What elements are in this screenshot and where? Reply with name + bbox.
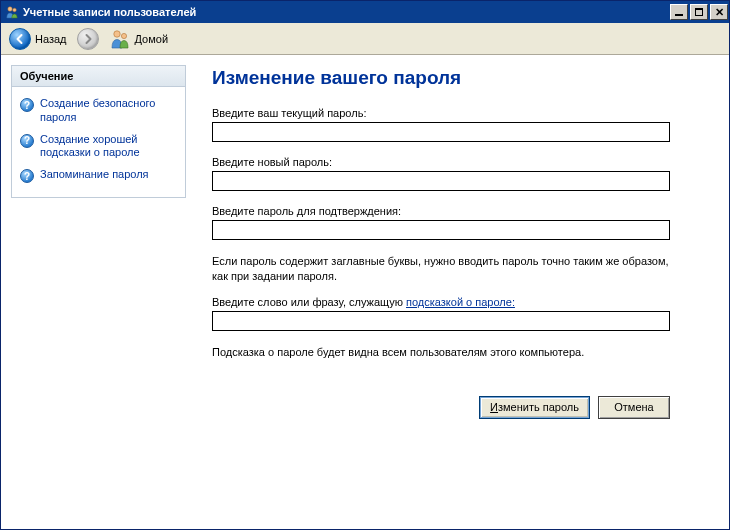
back-arrow-icon: [9, 28, 31, 50]
hint-group: Введите слово или фразу, служащую подска…: [212, 296, 717, 331]
hint-label: Введите слово или фразу, служащую подска…: [212, 296, 717, 308]
change-password-button-text: зменить пароль: [498, 401, 579, 413]
window-title: Учетные записи пользователей: [23, 6, 669, 18]
sidebar-link-safe-password[interactable]: Создание безопасного пароля: [40, 97, 177, 125]
forward-button: [73, 26, 103, 52]
new-password-input[interactable]: [212, 171, 670, 191]
hint-label-prefix: Введите слово или фразу, служащую: [212, 296, 406, 308]
hint-help-link[interactable]: подсказкой о пароле:: [406, 296, 515, 308]
hint-input[interactable]: [212, 311, 670, 331]
confirm-password-group: Введите пароль для подтверждения:: [212, 205, 717, 240]
forward-arrow-icon: [77, 28, 99, 50]
sidebar-body: ? Создание безопасного пароля ? Создание…: [12, 87, 185, 197]
help-icon: ?: [20, 134, 34, 148]
sidebar: Обучение ? Создание безопасного пароля ?…: [11, 65, 186, 198]
home-button[interactable]: Домой: [105, 26, 173, 52]
svg-point-3: [121, 33, 126, 38]
window-frame: Учетные записи пользователей ✕ Назад: [0, 0, 730, 530]
current-password-group: Введите ваш текущий пароль:: [212, 107, 717, 142]
sidebar-item-good-hint: ? Создание хорошей подсказки о пароле: [20, 129, 177, 165]
new-password-label: Введите новый пароль:: [212, 156, 717, 168]
button-row: Изменить пароль Отмена: [212, 396, 674, 419]
sidebar-item-safe-password: ? Создание безопасного пароля: [20, 93, 177, 129]
back-button[interactable]: Назад: [5, 26, 71, 52]
toolbar: Назад Домой: [1, 23, 729, 55]
content-area: Обучение ? Создание безопасного пароля ?…: [1, 55, 729, 529]
hint-visibility-note: Подсказка о пароле будет видна всем поль…: [212, 345, 672, 360]
help-icon: ?: [20, 169, 34, 183]
titlebar: Учетные записи пользователей ✕: [1, 1, 729, 23]
svg-point-1: [13, 8, 17, 12]
change-password-button[interactable]: Изменить пароль: [479, 396, 590, 419]
current-password-input[interactable]: [212, 122, 670, 142]
users-home-icon: [109, 28, 131, 50]
current-password-label: Введите ваш текущий пароль:: [212, 107, 717, 119]
main-panel: Изменение вашего пароля Введите ваш теку…: [212, 65, 717, 419]
sidebar-header: Обучение: [12, 66, 185, 87]
window-controls: ✕: [669, 2, 729, 22]
confirm-password-input[interactable]: [212, 220, 670, 240]
new-password-group: Введите новый пароль:: [212, 156, 717, 191]
confirm-password-label: Введите пароль для подтверждения:: [212, 205, 717, 217]
svg-point-0: [8, 7, 12, 11]
sidebar-link-remember-password[interactable]: Запоминание пароля: [40, 168, 149, 182]
cancel-button[interactable]: Отмена: [598, 396, 670, 419]
sidebar-link-good-hint[interactable]: Создание хорошей подсказки о пароле: [40, 133, 177, 161]
svg-point-2: [113, 30, 119, 36]
case-sensitivity-note: Если пароль содержит заглавные буквы, ну…: [212, 254, 672, 284]
minimize-button[interactable]: [670, 4, 688, 20]
back-label: Назад: [35, 33, 67, 45]
sidebar-item-remember-password: ? Запоминание пароля: [20, 164, 177, 187]
users-app-icon: [5, 5, 19, 19]
help-icon: ?: [20, 98, 34, 112]
home-label: Домой: [135, 33, 169, 45]
close-button[interactable]: ✕: [710, 4, 728, 20]
page-heading: Изменение вашего пароля: [212, 67, 717, 89]
maximize-button[interactable]: [690, 4, 708, 20]
